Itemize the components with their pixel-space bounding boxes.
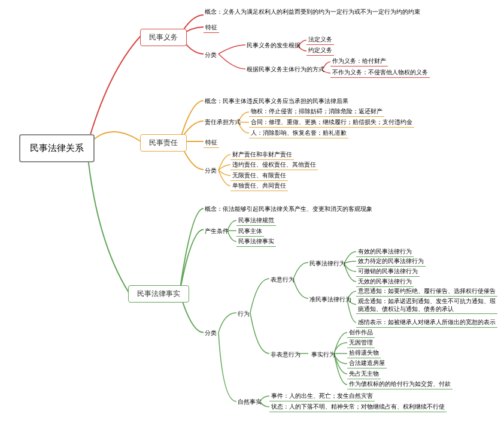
b1-a-c2[interactable]: 约定义务: [306, 46, 334, 56]
b3-m1: 民事法律行为: [308, 259, 347, 268]
b3-fa-c1[interactable]: 创作作品: [347, 328, 375, 338]
b3-factact: 事实行为: [310, 350, 336, 359]
b3-cond-c3[interactable]: 民事法律事实: [236, 237, 276, 247]
b3-concept: 概念：依法能够引起民事法律关系产生、变更和消灭的客观现象: [204, 204, 374, 214]
b3-cond-c2[interactable]: 民事主体: [236, 226, 264, 237]
b1-b-c1[interactable]: 作为义务：给付财产: [330, 56, 388, 67]
b3-nat-c2[interactable]: 状态：人的下落不明、精神失常；对物继续占有、权利继续不行使: [269, 402, 447, 412]
b3-nat-c1[interactable]: 事件：人的出生、死亡；发生自然灾害: [269, 391, 375, 401]
b3-fa-c2[interactable]: 无因管理: [347, 338, 375, 348]
b3-fa-c4[interactable]: 合法建造房屋: [347, 358, 387, 368]
b2-mode-c2[interactable]: 合同：修理、重做、更换；继续履行；赔偿损失；支付违约金: [249, 117, 414, 128]
b3-m1-c4[interactable]: 无效的民事法律行为: [356, 277, 414, 287]
b2-cls-c2[interactable]: 违约责任、侵权责任、其他责任: [230, 160, 318, 170]
b3-cond-c1[interactable]: 民事法律规范: [236, 216, 276, 226]
b3-classify: 分类: [204, 328, 218, 338]
b2-mode-label: 责任承担方式: [204, 117, 242, 127]
b3-fa-c3[interactable]: 拾得遗失物: [347, 348, 381, 358]
b2-cls-c3[interactable]: 无限责任、有限责任: [230, 171, 288, 181]
b2-cls-c4[interactable]: 单独责任、共同责任: [230, 181, 288, 191]
b1-b-c2[interactable]: 不作为义务：不侵害他人物权的义务: [330, 68, 430, 78]
b2-mode-c3[interactable]: 人：消除影响、恢复名誉；赔礼道歉: [249, 128, 348, 138]
b3-m2-c1[interactable]: 意思通知：如要约拒绝、履行催告、选择权行使催告: [356, 286, 497, 297]
b3-m2-c3[interactable]: 感情表示：如被继承人对继承人所做出的宽恕的表示: [356, 318, 497, 328]
b2-classify: 分类: [204, 166, 218, 176]
b2-concept: 概念：民事主体违反民事义务应当承担的民事法律后果: [204, 96, 350, 106]
b1-class-a: 民事义务的发生根据: [245, 41, 302, 50]
branch-civil-duty[interactable]: 民事义务: [140, 29, 187, 46]
b3-conditions: 产生条件: [204, 226, 230, 236]
b3-m2-c2[interactable]: 观念通知：如承诺迟到通知、发生不可抗力通知、瑕疵通知、债权让与通知、债务的承认: [356, 297, 497, 314]
b2-feature[interactable]: 特征: [204, 138, 219, 148]
branch-civil-liability[interactable]: 民事责任: [140, 134, 187, 152]
b3-act: 行为: [236, 309, 251, 319]
b3-fa-c6[interactable]: 作为债权标的的给付行为如交货、付款: [347, 379, 453, 389]
b3-nonexpr: 非表意行为: [269, 350, 302, 359]
branch-legal-facts[interactable]: 民事法律事实: [128, 285, 189, 303]
b3-fa-c5[interactable]: 先占无主物: [347, 369, 381, 379]
b1-concept-label: 概念：义务人为满足权利人的利益而受到的约为一定行为或不为一定行为约的约束: [204, 7, 421, 17]
b1-feature[interactable]: 特征: [204, 23, 219, 33]
b3-m1-c1[interactable]: 有效的民事法律行为: [356, 247, 414, 257]
b3-natural: 自然事实: [236, 397, 263, 407]
b1-a-c1[interactable]: 法定义务: [306, 35, 334, 45]
root-node[interactable]: 民事法律关系: [19, 134, 95, 162]
b3-m1-c2[interactable]: 效力待定的民事法律行为: [356, 256, 426, 267]
b3-m1-c3[interactable]: 可撤销的民事法律行为: [356, 267, 420, 277]
b2-cls-c1[interactable]: 财产责任和非财产责任: [230, 150, 294, 160]
b1-class-b: 根据民事义务主体行为的方式: [245, 65, 326, 74]
b3-m2: 准民事法律行为: [308, 295, 353, 304]
b3-expr-act: 表意行为: [269, 275, 296, 285]
b2-mode-c1[interactable]: 物权：停止侵害；排除妨碍；消除危险；返还财产: [249, 107, 384, 117]
b1-classify-label: 分类: [204, 50, 218, 60]
